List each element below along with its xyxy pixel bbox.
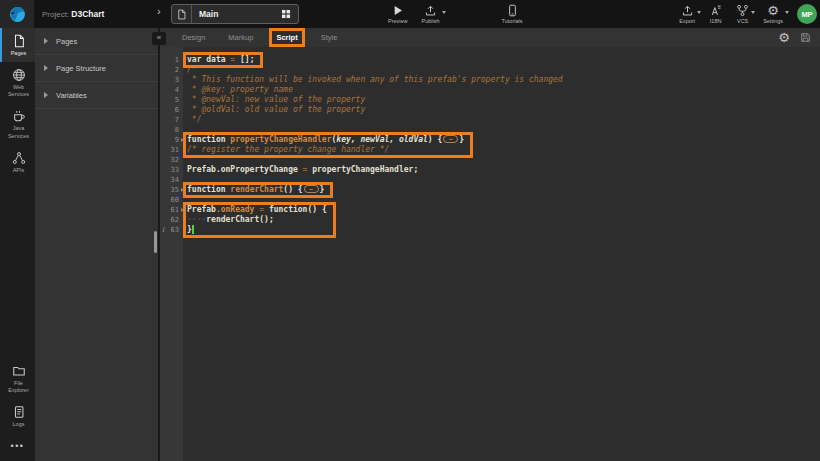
line-number-text: 5	[175, 95, 183, 105]
tab-style[interactable]: Style	[317, 31, 342, 44]
code-token: */	[187, 115, 201, 124]
line-number-text: 63	[171, 225, 183, 235]
line-number[interactable]: i63	[160, 225, 183, 235]
code-token: ····	[187, 215, 206, 224]
line-number[interactable]: 2	[160, 65, 183, 75]
project-name: D3Chart	[71, 9, 104, 19]
layout-grid-icon[interactable]	[274, 5, 298, 23]
topbar-action-label: Settings	[763, 18, 783, 24]
save-icon[interactable]	[800, 32, 811, 43]
code-line-63[interactable]: i63}	[160, 225, 820, 235]
topbar-action-label: VCS	[737, 18, 748, 24]
tab-script[interactable]: Script	[272, 31, 301, 44]
line-number-text: 62	[171, 215, 183, 225]
code-token: [];	[240, 55, 254, 64]
line-number[interactable]: 34	[160, 175, 183, 185]
sidebar-item-label: Java Services	[4, 125, 34, 139]
line-number[interactable]: 7	[160, 115, 183, 125]
sidebar-item-apis[interactable]: APIs	[0, 145, 35, 179]
api-icon	[12, 151, 26, 165]
publish-icon	[424, 4, 437, 17]
code-line-7[interactable]: 7 */	[160, 115, 820, 125]
user-avatar[interactable]: MP	[797, 4, 817, 24]
fold-arrow-icon[interactable]	[181, 188, 184, 192]
code-line-9[interactable]: 9function propertyChangeHandler(key, new…	[160, 135, 820, 145]
sidebar-item-java-services[interactable]: Java Services	[0, 103, 35, 144]
globe-icon	[12, 68, 26, 82]
line-number[interactable]: 31	[160, 145, 183, 155]
sidebar-item-label: Logs	[4, 421, 34, 428]
folded-code-pill-icon[interactable]: ↔	[443, 135, 458, 143]
code-line-60[interactable]: 60	[160, 195, 820, 205]
line-number[interactable]: 9	[160, 135, 183, 145]
code-line-61[interactable]: 61Prefab.onReady = function() {	[160, 205, 820, 215]
line-number[interactable]: 32	[160, 155, 183, 165]
code-line-5[interactable]: 5 * @newVal: new value of the property	[160, 95, 820, 105]
sidebar-item-file-explorer[interactable]: File Explorer	[0, 358, 35, 399]
sidebar-item-label: File Explorer	[4, 380, 34, 394]
code-token: =	[259, 205, 269, 214]
code-line-1[interactable]: 1var data = [];	[160, 55, 820, 65]
editor-settings-gear-icon[interactable]: ⚙	[778, 31, 790, 44]
line-number[interactable]: 33	[160, 165, 183, 175]
triangle-right-icon	[44, 38, 48, 44]
open-page-tab-label: Main	[192, 9, 274, 19]
code-line-2[interactable]: 2/*	[160, 65, 820, 75]
line-number[interactable]: 61	[160, 205, 183, 215]
code-token: }	[459, 135, 464, 144]
sidebar-more-button[interactable]: •••	[0, 433, 35, 461]
panel-section-pages[interactable]: Pages	[35, 28, 158, 55]
code-line-31[interactable]: 31/* register the property change handle…	[160, 145, 820, 155]
topbar-publish-button[interactable]: Publish	[415, 0, 447, 28]
line-number[interactable]: 8	[160, 125, 183, 135]
line-number[interactable]: 1	[160, 55, 183, 65]
tab-markup[interactable]: Markup	[224, 31, 257, 44]
topbar-vcs-button[interactable]: VCS	[729, 0, 756, 28]
code-line-35[interactable]: 35function renderChart() {↔}	[160, 185, 820, 195]
code-line-34[interactable]: 34	[160, 175, 820, 185]
line-number[interactable]: 62	[160, 215, 183, 225]
topbar-export-button[interactable]: Export	[672, 0, 702, 28]
code-token: * @oldVal: old value of the property	[187, 105, 365, 114]
code-line-4[interactable]: 4 * @key: property name	[160, 85, 820, 95]
topbar-i18n-button[interactable]: I18N	[702, 0, 729, 28]
ide-window: Project: D3Chart › Main PreviewPublishTu…	[0, 0, 820, 461]
line-number[interactable]: 60	[160, 195, 183, 205]
fold-arrow-icon[interactable]	[181, 138, 184, 142]
code-line-3[interactable]: 3 * This function will be invoked when a…	[160, 75, 820, 85]
open-page-tab-main[interactable]: Main	[171, 4, 299, 24]
panel-collapse-button[interactable]: «	[152, 32, 166, 45]
panel-scrollbar-thumb[interactable]	[154, 231, 157, 253]
panel-section-page-structure[interactable]: Page Structure	[35, 55, 158, 82]
line-number[interactable]: 4	[160, 85, 183, 95]
topbar-preview-button[interactable]: Preview	[381, 0, 415, 28]
code-line-33[interactable]: 33Prefab.onPropertyChange = propertyChan…	[160, 165, 820, 175]
sidebar-item-logs[interactable]: Logs	[0, 399, 35, 433]
wavemaker-logo[interactable]	[0, 0, 34, 28]
topbar-settings-button[interactable]: ⚙Settings	[756, 0, 790, 28]
line-number[interactable]: 5	[160, 95, 183, 105]
editor-tabs: DesignMarkupScriptStyle	[178, 31, 356, 44]
panel-section-variables[interactable]: Variables	[35, 82, 158, 109]
sidebar-item-pages[interactable]: Pages	[0, 28, 35, 62]
line-number[interactable]: 6	[160, 105, 183, 115]
line-number-text: 4	[175, 85, 183, 95]
code-token: * @key: property name	[187, 85, 293, 94]
code-line-62[interactable]: 62····renderChart();	[160, 215, 820, 225]
code-token: * This function will be invoked when any…	[187, 75, 563, 84]
code-line-text: ····renderChart();	[183, 215, 274, 225]
sidebar-item-web-services[interactable]: Web Services	[0, 62, 35, 103]
fold-arrow-icon[interactable]	[181, 208, 184, 212]
line-number[interactable]: 35	[160, 185, 183, 195]
code-token: () {	[283, 185, 302, 194]
pages-panel: PagesPage StructureVariables	[35, 28, 160, 461]
tab-design[interactable]: Design	[178, 31, 209, 44]
folded-code-pill-icon[interactable]: ↔	[304, 185, 319, 193]
code-line-8[interactable]: 8	[160, 125, 820, 135]
code-editor[interactable]: 1var data = [];2/*3 * This function will…	[160, 47, 820, 461]
line-number[interactable]: 3	[160, 75, 183, 85]
tutorials-icon	[506, 4, 519, 17]
topbar-tutorials-button[interactable]: Tutorials	[495, 0, 530, 28]
code-line-6[interactable]: 6 * @oldVal: old value of the property	[160, 105, 820, 115]
code-line-32[interactable]: 32	[160, 155, 820, 165]
